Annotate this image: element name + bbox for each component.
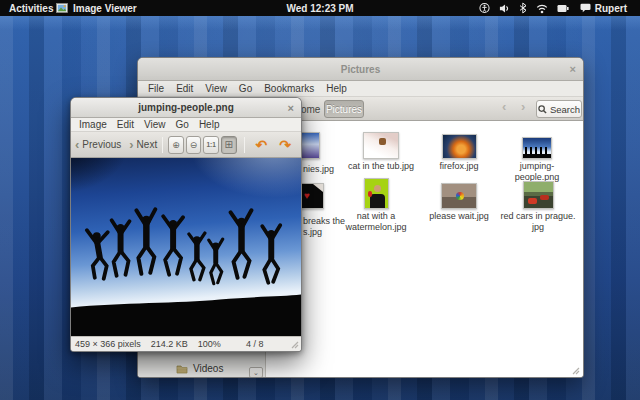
rotate-left-button[interactable]: ↶ [250, 138, 274, 152]
file-thumbnail [363, 132, 399, 159]
search-label: Search [550, 104, 580, 115]
next-icon: › [129, 140, 133, 150]
zoom-in-icon: ⊕ [172, 140, 180, 150]
menu-help[interactable]: Help [320, 83, 353, 94]
folder-icon [176, 364, 188, 374]
zoom-out-icon: ⊖ [190, 140, 198, 150]
rotate-left-icon: ↶ [256, 137, 268, 153]
file-tile[interactable]: jumping-people.png [499, 129, 575, 183]
bluetooth-icon[interactable] [519, 2, 527, 14]
accessibility-icon[interactable] [479, 2, 490, 14]
sidebar-dropdown-button[interactable]: ⌄ [249, 367, 263, 378]
resize-grip[interactable] [291, 341, 299, 349]
toolbar-separator [162, 137, 163, 153]
image-index: 4 / 8 [246, 339, 264, 349]
normal-size-icon: 1:1 [206, 141, 215, 148]
file-thumbnail [441, 183, 477, 209]
app-menu-label: Image Viewer [73, 3, 137, 14]
normal-size-button[interactable]: 1:1 [203, 136, 219, 154]
chat-status-icon [580, 3, 591, 13]
menu-image[interactable]: Image [74, 119, 112, 130]
top-bar: Activities Image Viewer Wed 12:23 PM [0, 0, 640, 16]
system-tray: Rupert [479, 0, 627, 16]
best-fit-button[interactable]: ⊞ [221, 136, 237, 154]
activities-label: Activities [9, 3, 53, 14]
image-viewer-toolbar: ‹ Previous › Next ⊕ ⊖ 1:1 ⊞ ↶ ↷ [71, 132, 301, 158]
close-icon[interactable]: × [288, 102, 294, 113]
best-fit-icon: ⊞ [225, 139, 233, 150]
activities-button[interactable]: Activities [0, 0, 62, 16]
file-label: s.jpg [303, 227, 322, 238]
jumping-silhouettes [71, 158, 301, 338]
search-button[interactable]: Search [536, 100, 582, 118]
sidebar-item-label: Videos [193, 363, 223, 374]
menu-go[interactable]: Go [171, 119, 194, 130]
file-manager-titlebar[interactable]: Pictures × [138, 58, 583, 81]
file-tile[interactable]: cat in the tub.jpg [343, 129, 419, 172]
rotate-right-button[interactable]: ↷ [273, 138, 297, 152]
menu-bookmarks[interactable]: Bookmarks [258, 83, 320, 94]
previous-label: Previous [82, 139, 121, 150]
image-viewer-menubar: Image Edit View Go Help [71, 118, 301, 132]
file-label: jpg [500, 222, 576, 233]
previous-button[interactable]: ‹ Previous [75, 139, 121, 150]
file-label: cat in the tub.jpg [343, 161, 419, 172]
image-viewer-titlebar[interactable]: jumping-people.png × [71, 98, 301, 118]
file-tile[interactable]: please wait.jpg [421, 176, 497, 222]
rotate-right-icon: ↷ [279, 137, 291, 153]
zoom-out-button[interactable]: ⊖ [186, 136, 202, 154]
breadcrumb-pictures-button[interactable]: Pictures [324, 100, 364, 118]
toolbar-separator [244, 137, 245, 153]
image-viewer-title: jumping-people.png [138, 102, 234, 113]
network-wifi-icon[interactable] [536, 3, 548, 14]
file-thumbnail [523, 181, 554, 209]
previous-icon: ‹ [75, 140, 79, 150]
battery-icon[interactable] [557, 4, 569, 13]
menu-edit[interactable]: Edit [170, 83, 199, 94]
next-button[interactable]: › Next [129, 139, 157, 150]
image-viewer-statusbar: 459 × 366 pixels 214.2 KB 100% 4 / 8 [71, 336, 301, 351]
forward-icon[interactable]: › [521, 99, 525, 114]
sidebar-item-videos[interactable]: Videos [176, 363, 223, 374]
file-label: please wait.jpg [421, 211, 497, 222]
file-label: watermelon.jpg [338, 222, 414, 233]
file-tile[interactable]: nat with a watermelon.jpg [338, 176, 414, 233]
search-icon [538, 105, 547, 114]
volume-icon[interactable] [499, 3, 510, 14]
file-label: firefox.jpg [421, 161, 497, 172]
menu-file[interactable]: File [142, 83, 170, 94]
menu-edit[interactable]: Edit [112, 119, 139, 130]
photo-jumping-people [71, 158, 301, 338]
image-viewer-app-icon [56, 2, 68, 14]
menu-help[interactable]: Help [194, 119, 225, 130]
file-thumbnail [522, 137, 552, 159]
image-dimensions: 459 × 366 pixels [75, 339, 141, 349]
file-label: red cars in prague. [500, 211, 576, 222]
file-manager-title: Pictures [341, 64, 380, 75]
username-label: Rupert [595, 3, 627, 14]
heart-icon: ♥ [304, 190, 310, 201]
file-label: nat with a [338, 211, 414, 222]
app-menu-button[interactable]: Image Viewer [56, 0, 137, 16]
menu-go[interactable]: Go [233, 83, 258, 94]
back-icon[interactable]: ‹ [502, 99, 506, 114]
file-tile[interactable]: firefox.jpg [421, 129, 497, 172]
chevron-down-icon: ⌄ [253, 369, 259, 376]
image-file-size: 214.2 KB [151, 339, 188, 349]
zoom-in-button[interactable]: ⊕ [168, 136, 184, 154]
file-label: nies.jpg [303, 164, 334, 175]
file-manager-menubar: File Edit View Go Bookmarks Help [138, 81, 583, 97]
file-thumbnail [364, 178, 389, 209]
clock[interactable]: Wed 12:23 PM [286, 3, 353, 14]
image-viewer-window: jumping-people.png × Image Edit View Go … [70, 97, 302, 352]
resize-grip[interactable] [572, 367, 580, 375]
next-label: Next [137, 139, 158, 150]
user-menu-button[interactable]: Rupert [578, 0, 627, 16]
file-tile[interactable]: red cars in prague. jpg [500, 176, 576, 233]
close-icon[interactable]: × [570, 64, 576, 75]
menu-view[interactable]: View [199, 83, 233, 94]
menu-view[interactable]: View [139, 119, 171, 130]
file-thumbnail [442, 134, 477, 159]
zoom-level: 100% [198, 339, 221, 349]
